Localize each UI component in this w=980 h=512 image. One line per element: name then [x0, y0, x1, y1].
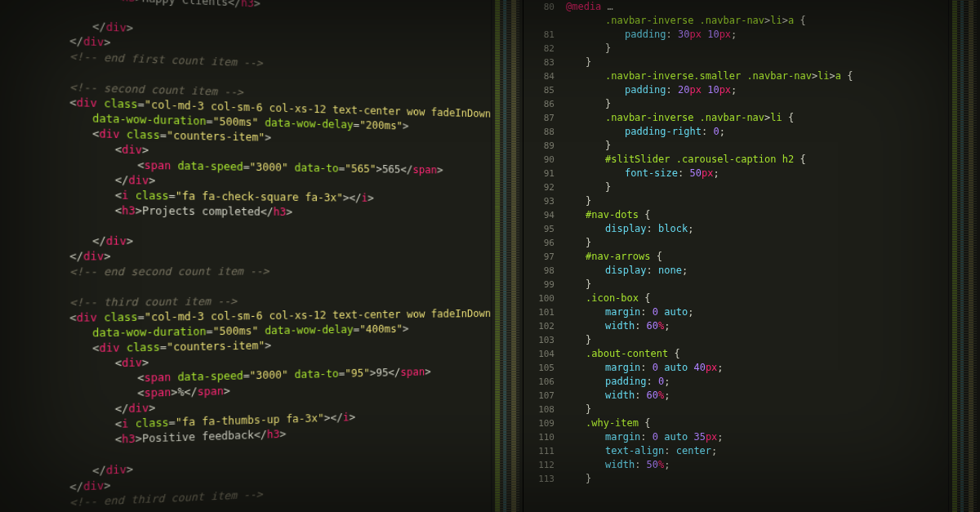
- code-area-left[interactable]: <i class="<h3>Happy Clients</h3></div></…: [0, 0, 491, 512]
- editor-pane-left[interactable]: 2526272829303132333435363738394041424344…: [0, 0, 523, 512]
- split-editor: 2526272829303132333435363738394041424344…: [0, 0, 980, 512]
- editor-pane-right[interactable]: 8081828384858687888990919293949596979899…: [523, 0, 980, 512]
- code-area-right[interactable]: @media ….navbar-inverse .navbar-nav>li>a…: [561, 0, 948, 512]
- minimap-left[interactable]: [491, 0, 523, 512]
- minimap-right[interactable]: [948, 0, 980, 512]
- line-gutter-right: 8081828384858687888990919293949596979899…: [523, 0, 561, 512]
